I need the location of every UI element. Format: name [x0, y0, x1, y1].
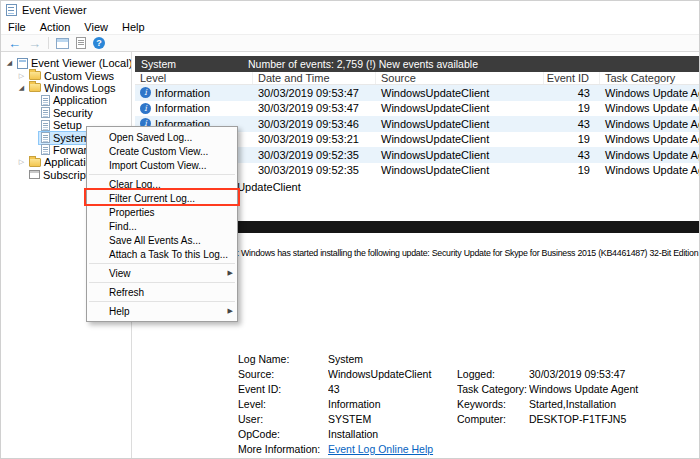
context-menu: Open Saved Log...Create Custom View...Im…	[86, 126, 238, 322]
toolbar-separator	[48, 37, 49, 49]
event-level: Information	[155, 87, 210, 99]
detail-value: System	[328, 353, 457, 365]
detail-value: Information	[328, 398, 457, 410]
subscriptions-icon	[29, 170, 40, 179]
detail-row: Log Name:System	[135, 351, 700, 366]
tree-item-label: Windows Logs	[44, 82, 116, 94]
column-header-source[interactable]: Source	[376, 72, 544, 84]
column-header-event-id[interactable]: Event ID	[544, 72, 600, 84]
event-level-cell: Information	[135, 102, 253, 114]
column-header-task-category[interactable]: Task Category	[600, 72, 700, 84]
properties-document-icon[interactable]	[76, 37, 86, 49]
detail-value: Windows Update Agent	[529, 383, 700, 395]
event-task-category: Windows Update Ag...	[600, 87, 700, 99]
event-task-category: Windows Update Ag...	[600, 164, 700, 176]
menu-item-properties[interactable]: Properties	[87, 205, 237, 219]
detail-label: Task Category:	[457, 383, 529, 395]
information-icon	[140, 87, 151, 98]
menu-item-save-all-events-as[interactable]: Save All Events As...	[87, 233, 237, 247]
event-task-category: Windows Update Ag...	[600, 133, 700, 145]
submenu-arrow-icon	[228, 269, 233, 277]
detail-row: User:SYSTEMComputer:DESKTOP-F1TFJN5	[135, 411, 700, 426]
back-arrow-icon[interactable]	[8, 36, 21, 51]
log-title: System	[141, 58, 176, 70]
detail-value: WindowsUpdateClient	[328, 368, 457, 380]
detail-row: Event ID:43Task Category:Windows Update …	[135, 381, 700, 396]
menu-separator	[89, 174, 235, 175]
detail-value: DESKTOP-F1TFJN5	[529, 413, 700, 425]
sidebar-item-security[interactable]: Security	[1, 107, 131, 119]
menu-view[interactable]: View	[77, 21, 115, 33]
sidebar-item-windows-logs[interactable]: Windows Logs	[1, 82, 131, 94]
folder-icon	[29, 71, 41, 80]
detail-label: Source:	[238, 368, 328, 380]
forward-arrow-icon[interactable]	[28, 36, 41, 51]
menu-item-attach-a-task-to-this-log[interactable]: Attach a Task To this Log...	[87, 247, 237, 261]
detail-row: OpCode:Installation	[135, 426, 700, 441]
menu-item-find[interactable]: Find...	[87, 219, 237, 233]
tree-item-label: Security	[53, 107, 93, 119]
menu-item-filter-current-log[interactable]: Filter Current Log...	[87, 191, 237, 205]
event-id: 19	[544, 133, 600, 145]
tree-collapsed-arrow-icon[interactable]	[16, 72, 27, 80]
menu-item-open-saved-log[interactable]: Open Saved Log...	[87, 130, 237, 144]
menu-file[interactable]: File	[1, 21, 33, 33]
console-window-icon[interactable]	[56, 38, 69, 49]
event-row[interactable]: Information30/03/2019 09:53:47WindowsUpd…	[135, 85, 700, 101]
event-datetime: 30/03/2019 09:53:47	[253, 102, 376, 114]
event-details-grid: Log Name:SystemSource:WindowsUpdateClien…	[135, 351, 700, 456]
menu-help[interactable]: Help	[115, 21, 152, 33]
tree-expanded-arrow-icon[interactable]	[16, 84, 27, 92]
menu-item-label: Refresh	[109, 287, 144, 298]
submenu-arrow-icon	[228, 307, 233, 315]
menu-item-label: Create Custom View...	[109, 146, 208, 157]
menu-separator	[89, 263, 235, 264]
event-source: WindowsUpdateClient	[376, 118, 544, 130]
tree-collapsed-arrow-icon[interactable]	[16, 158, 27, 166]
menu-item-help[interactable]: Help	[87, 304, 237, 318]
sidebar-item-application[interactable]: Application	[1, 94, 131, 106]
menu-item-label: Clear Log...	[109, 179, 161, 190]
detail-label: User:	[238, 413, 328, 425]
tree-item-label: Custom Views	[44, 70, 114, 82]
event-level: Information	[155, 102, 210, 114]
menu-item-label: Properties	[109, 207, 155, 218]
help-icon[interactable]	[93, 37, 105, 49]
menubar: File Action View Help	[1, 19, 699, 34]
menu-item-view[interactable]: View	[87, 266, 237, 280]
menu-item-label: Import Custom View...	[109, 160, 207, 171]
menu-action[interactable]: Action	[33, 21, 78, 33]
menu-separator	[89, 282, 235, 283]
tree-item-label: System	[53, 132, 90, 144]
menu-item-clear-log[interactable]: Clear Log...	[87, 177, 237, 191]
event-datetime: 30/03/2019 09:52:35	[253, 149, 376, 161]
menu-item-label: Help	[109, 306, 130, 317]
detail-row: Level:InformationKeywords:Started,Instal…	[135, 396, 700, 411]
event-task-category: Windows Update Ag...	[600, 118, 700, 130]
event-id: 43	[544, 118, 600, 130]
detail-value: Installation	[328, 428, 457, 440]
menu-item-create-custom-view[interactable]: Create Custom View...	[87, 144, 237, 158]
sidebar-item-custom-views[interactable]: Custom Views	[1, 69, 131, 81]
event-datetime: 30/03/2019 09:53:46	[253, 118, 376, 130]
detail-label: Level:	[238, 398, 328, 410]
log-icon	[41, 107, 50, 118]
log-icon	[41, 120, 50, 131]
sidebar-item-event-viewer-local[interactable]: Event Viewer (Local)	[1, 57, 131, 69]
menu-item-refresh[interactable]: Refresh	[87, 285, 237, 299]
detail-value: 43	[328, 383, 457, 395]
event-row[interactable]: Information30/03/2019 09:53:47WindowsUpd…	[135, 101, 700, 117]
information-icon	[140, 103, 151, 114]
event-viewer-window: Event Viewer File Action View Help Event…	[0, 0, 700, 459]
event-source: WindowsUpdateClient	[376, 87, 544, 99]
folder-icon	[29, 83, 41, 92]
event-task-category: Windows Update Ag...	[600, 149, 700, 161]
tree-item-label: Application	[53, 94, 107, 106]
column-header-level[interactable]: Level	[135, 72, 253, 84]
tree-item-label: Event Viewer (Local)	[31, 57, 132, 69]
event-datetime: 30/03/2019 09:53:47	[253, 87, 376, 99]
tree-expanded-arrow-icon[interactable]	[4, 59, 15, 67]
menu-item-import-custom-view[interactable]: Import Custom View...	[87, 158, 237, 172]
column-header-date-and-time[interactable]: Date and Time	[253, 72, 376, 84]
event-log-online-help-link[interactable]: Event Log Online Help	[328, 443, 457, 455]
